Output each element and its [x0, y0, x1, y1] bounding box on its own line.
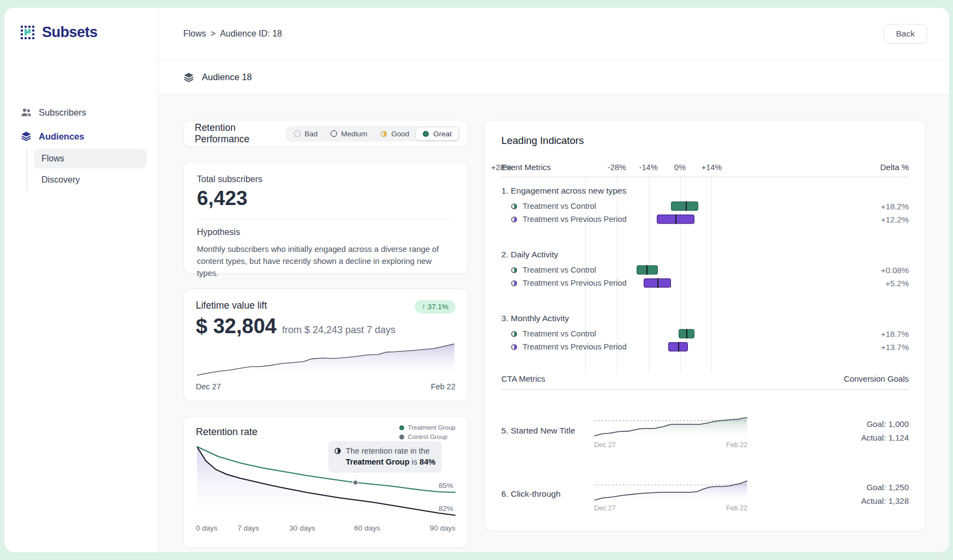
metric-group-daily-activity: 2. Daily Activity Treatment vs Control +…: [501, 250, 909, 290]
metric-group-engagement: 1. Engagement across new types Treatment…: [501, 186, 909, 226]
legend-control-group: Control Group: [399, 433, 455, 440]
row-label-block: Treatment vs Previous Period: [501, 215, 626, 224]
sparkline-chart: [593, 477, 748, 502]
x-tick: 30 days: [289, 524, 315, 532]
performance-option-medium[interactable]: Medium: [324, 128, 374, 140]
range-box: [644, 279, 672, 288]
x-tick: 60 days: [354, 524, 380, 532]
chart-legend: Treatment Group Control Group: [399, 424, 455, 440]
sidebar-subitem-flows[interactable]: Flows: [34, 149, 147, 168]
desktop-background: Subsets Subscribers Audiences Flows: [0, 0, 953, 560]
leading-indicators-title: Leading Indicators: [501, 135, 909, 147]
brand-name: Subsets: [42, 24, 98, 41]
treatment-legend-dot: [399, 425, 404, 430]
sidebar-subitem-label: Flows: [41, 154, 64, 163]
event-metrics-header: Event Metrics -28% -14% 0% +14% +28% Del…: [501, 161, 909, 177]
retention-chart: The retention rate in the Treatment Grou…: [196, 440, 455, 522]
treatment-vs-previous-icon: [511, 280, 518, 287]
audiences-sub-nav: Flows Discovery: [26, 149, 147, 190]
metric-group-monthly-activity: 3. Monthly Activity Treatment vs Control…: [501, 314, 909, 353]
range-box: [679, 329, 694, 339]
option-label: Good: [391, 130, 409, 138]
content-area: Retention Performance Bad Medium: [158, 95, 949, 552]
retention-performance-card: Retention Performance Bad Medium: [183, 120, 468, 147]
range-box: [671, 202, 698, 211]
treatment-vs-control-icon: [511, 330, 518, 338]
left-column: Retention Performance Bad Medium: [183, 120, 468, 552]
group-name: 2. Daily Activity: [501, 250, 909, 260]
cta-metrics-header: CTA Metrics Conversion Goals: [501, 374, 909, 390]
sidebar-subitem-discovery[interactable]: Discovery: [34, 170, 147, 190]
page-title: Audience 18: [202, 72, 252, 82]
spark-end-date: Feb 22: [726, 504, 747, 512]
axis-tick: +14%: [702, 163, 722, 172]
performance-segmented-control: Bad Medium Good: [286, 126, 460, 142]
range-box: [657, 215, 694, 224]
sidebar-item-audiences[interactable]: Audiences: [15, 126, 147, 147]
highlighted-data-point[interactable]: [353, 480, 358, 485]
ltv-area-chart: [196, 339, 455, 378]
metric-row: Treatment vs Previous Period +12.2%: [501, 213, 909, 226]
users-icon: [21, 107, 32, 118]
conversion-goals-label: Conversion Goals: [844, 374, 909, 383]
axis-tick: -28%: [608, 163, 626, 172]
app-window: Subsets Subscribers Audiences Flows: [4, 8, 949, 552]
axis-tick: 0%: [674, 163, 686, 172]
median-line: [646, 266, 648, 275]
goal-value: Goal: 1,250: [861, 483, 909, 492]
row-label-block: Treatment vs Previous Period: [501, 279, 626, 287]
tooltip-value: 84%: [419, 457, 435, 466]
ltv-date-range: Dec 27 Feb 22: [196, 382, 455, 391]
lifetime-value-card: Lifetime value lift ↑ 37.1% $ 32,804 fro…: [183, 288, 468, 401]
axis-tick: -14%: [639, 163, 658, 172]
delta-value: +18.7%: [881, 329, 909, 339]
median-line: [675, 215, 676, 224]
delta-value: +5.2%: [885, 279, 909, 288]
option-label: Bad: [304, 130, 317, 138]
median-line: [657, 279, 658, 288]
contrast-icon: [334, 447, 341, 455]
top-bar: Flows > Audience ID: 18 Back: [158, 8, 949, 60]
breadcrumb-current: Audience ID: 18: [220, 29, 282, 39]
x-tick: 7 days: [237, 524, 259, 532]
cta-row-click-through: 6. Click-through: [501, 475, 909, 513]
performance-option-good[interactable]: Good: [374, 128, 416, 140]
sidebar-item-subscribers[interactable]: Subscribers: [15, 102, 147, 123]
row-label: Treatment vs Previous Period: [523, 215, 626, 224]
spark-start-date: Dec 27: [594, 504, 616, 512]
cta-row-label: 5. Started New Title: [501, 426, 593, 436]
cta-row-started-new-title: 5. Started New Title: [501, 412, 909, 450]
control-legend-dot: [399, 435, 404, 439]
sidebar-subitem-label: Discovery: [41, 175, 80, 184]
option-label: Great: [433, 130, 452, 138]
started-new-title-sparkline: Dec 27 Feb 22: [593, 412, 748, 450]
delta-value: +12.2%: [881, 215, 909, 224]
back-button[interactable]: Back: [884, 24, 927, 44]
treatment-end-label: 85%: [439, 481, 453, 490]
row-label-block: Treatment vs Control: [501, 266, 596, 274]
total-subscribers-value: 6,423: [197, 187, 454, 210]
option-label: Medium: [341, 130, 367, 138]
metric-row: Treatment vs Control +18.2%: [501, 200, 909, 213]
breadcrumb-flows[interactable]: Flows: [183, 29, 206, 39]
group-name: 3. Monthly Activity: [501, 314, 909, 323]
layers-icon: [21, 131, 32, 142]
delta-value: +0.08%: [881, 266, 909, 275]
legend-label: Treatment Group: [408, 424, 455, 431]
spark-start-date: Dec 27: [594, 441, 616, 449]
brand-logo[interactable]: Subsets: [15, 24, 147, 41]
medium-rating-icon: [331, 130, 337, 137]
bad-rating-icon: [294, 130, 301, 137]
good-rating-icon: [380, 130, 387, 137]
group-name: 1. Engagement across new types: [501, 186, 909, 196]
tooltip-text: The retention rate in the Treatment Grou…: [346, 445, 435, 468]
ltv-value-row: $ 32,804 from $ 24,243 past 7 days: [196, 315, 455, 338]
ltv-value: $ 32,804: [196, 315, 277, 338]
conversion-goal-values: Goal: 1,000 Actual: 1,124: [861, 419, 909, 442]
actual-value: Actual: 1,124: [861, 433, 909, 442]
event-metrics-plot: 1. Engagement across new types Treatment…: [501, 177, 909, 373]
metric-row: Treatment vs Control +18.7%: [501, 327, 909, 340]
performance-option-bad[interactable]: Bad: [287, 128, 324, 140]
performance-option-great[interactable]: Great: [416, 128, 458, 140]
treatment-vs-previous-icon: [511, 216, 518, 223]
